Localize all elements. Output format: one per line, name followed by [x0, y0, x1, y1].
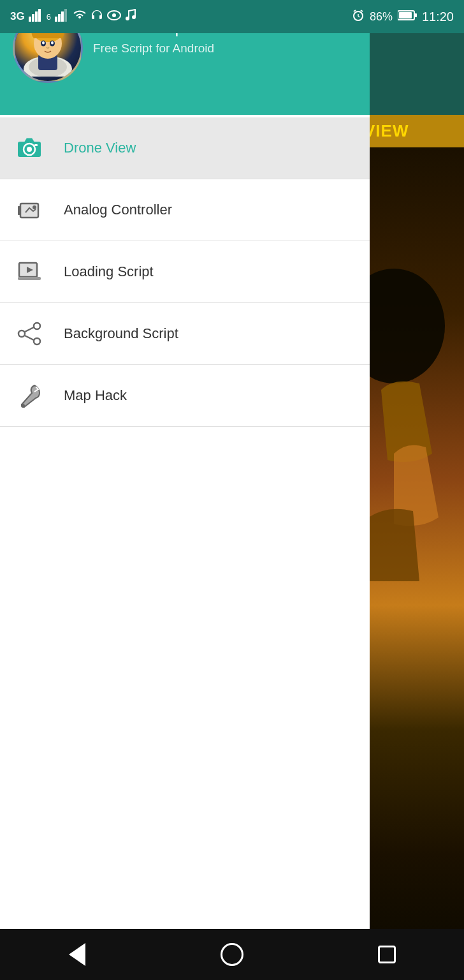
drawer-menu: Mobile Script Free Script for Android Dr…: [0, 0, 370, 980]
signal-bars-2: [55, 9, 69, 25]
menu-item-background-script[interactable]: Background Script: [0, 303, 370, 364]
svg-line-38: [25, 327, 34, 332]
camera-icon: [13, 131, 46, 165]
svg-point-23: [42, 41, 45, 45]
svg-rect-1: [32, 14, 34, 22]
home-circle: [221, 943, 243, 966]
battery-percentage: 86%: [370, 10, 393, 24]
svg-rect-30: [18, 206, 20, 215]
svg-point-24: [51, 41, 54, 45]
home-button[interactable]: [213, 935, 251, 974]
svg-point-40: [21, 404, 25, 408]
menu-list: Drone View Analog Controller: [0, 115, 370, 980]
svg-rect-0: [29, 17, 31, 22]
eye-icon: [107, 10, 121, 24]
svg-point-31: [33, 205, 36, 209]
status-bar: 3G 6 86% 11:20: [0, 0, 464, 33]
divider-5: [0, 426, 370, 427]
image-stack-icon: [13, 193, 46, 226]
view-label: VIEW: [359, 115, 464, 147]
share-icon: [13, 317, 46, 350]
analog-controller-label: Analog Controller: [64, 202, 172, 218]
network-indicator-2: 6: [47, 12, 51, 22]
recent-square: [378, 946, 396, 963]
right-panel: VIEW: [359, 0, 464, 980]
network-indicator: 3G: [10, 10, 25, 23]
background-script-label: Background Script: [64, 325, 178, 342]
svg-rect-34: [18, 277, 41, 280]
svg-point-37: [34, 338, 40, 345]
svg-rect-14: [414, 13, 417, 17]
svg-rect-28: [34, 144, 38, 146]
svg-rect-5: [58, 14, 61, 22]
menu-item-map-hack[interactable]: Map Hack: [0, 365, 370, 426]
svg-point-11: [132, 15, 136, 19]
drone-view-label: Drone View: [64, 140, 136, 156]
signal-bars-1: [29, 9, 43, 25]
svg-rect-6: [61, 11, 64, 22]
svg-rect-4: [55, 17, 57, 22]
svg-point-10: [126, 17, 129, 20]
bottom-nav: [0, 929, 464, 980]
svg-point-35: [34, 323, 40, 329]
svg-point-9: [112, 13, 116, 17]
svg-point-27: [27, 147, 32, 152]
back-button[interactable]: [58, 935, 96, 974]
svg-rect-15: [399, 12, 412, 19]
wrench-icon: [13, 379, 46, 412]
alarm-icon: [352, 9, 365, 25]
menu-item-loading-script[interactable]: Loading Script: [0, 241, 370, 302]
loading-script-label: Loading Script: [64, 264, 154, 280]
svg-rect-7: [64, 9, 67, 22]
svg-rect-3: [38, 9, 41, 22]
battery-icon: [398, 10, 417, 24]
headphones-icon: [91, 9, 103, 25]
status-bar-right: 86% 11:20: [352, 9, 454, 25]
play-stack-icon: [13, 255, 46, 288]
wifi-icon: [73, 10, 87, 24]
svg-point-36: [18, 330, 25, 337]
menu-item-analog-controller[interactable]: Analog Controller: [0, 179, 370, 241]
recent-apps-button[interactable]: [368, 935, 406, 974]
svg-rect-2: [35, 11, 38, 22]
map-hack-label: Map Hack: [64, 387, 127, 404]
menu-item-drone-view[interactable]: Drone View: [0, 117, 370, 179]
svg-rect-29: [20, 204, 38, 218]
app-subtitle: Free Script for Android: [93, 41, 357, 56]
back-arrow: [69, 943, 85, 966]
svg-line-39: [25, 336, 34, 340]
music-icon: [125, 9, 136, 25]
time-display: 11:20: [422, 10, 454, 24]
status-bar-left: 3G 6: [10, 9, 136, 25]
